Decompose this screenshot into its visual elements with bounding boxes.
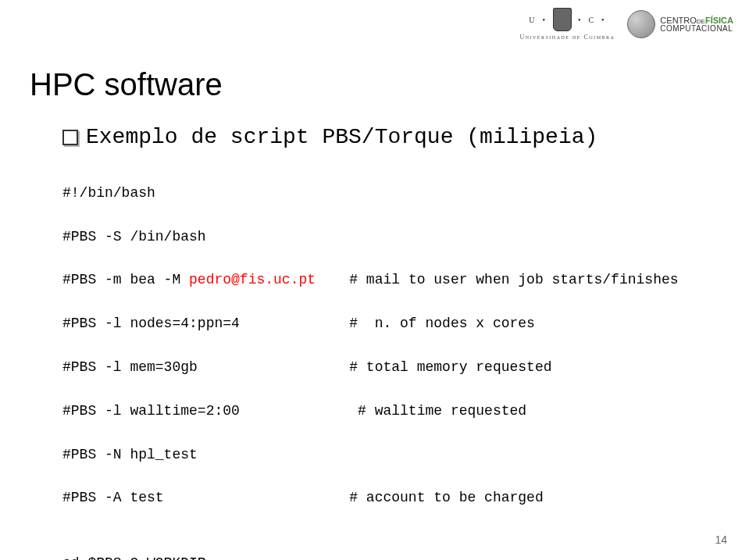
code-line: cd $PBS_O_WORKDIR (62, 553, 679, 560)
header-logos: U • • C • Universidade de Coimbra CENTRO… (519, 8, 733, 41)
highlight-email: pedro@fis.uc.pt (189, 272, 316, 287)
uc-letter-u: U (529, 16, 536, 24)
code-line: #PBS -S /bin/bash (62, 226, 679, 248)
code-line: #!/bin/bash (62, 183, 679, 205)
logo-universidade: U • • C • Universidade de Coimbra (519, 8, 615, 41)
bullet-item: Exemplo de script PBS/Torque (milipeia) (62, 125, 597, 149)
uc-letter-c: C (588, 16, 595, 24)
page-title: HPC software (30, 67, 223, 102)
code-line: #PBS -A test # account to be charged (62, 487, 679, 509)
cfc-line1: CENTRODEFÍSICA (660, 16, 733, 25)
uc-subtitle: Universidade de Coimbra (519, 34, 615, 41)
cfc-line2: COMPUTACIONAL (660, 25, 733, 33)
code-line: #PBS -m bea -M pedro@fis.uc.pt # mail to… (62, 269, 679, 291)
bullet-text: Exemplo de script PBS/Torque (milipeia) (86, 125, 597, 149)
sphere-icon (627, 10, 655, 38)
code-line: #PBS -l mem=30gb # total memory requeste… (62, 357, 679, 379)
code-line: #PBS -l nodes=4:ppn=4 # n. of nodes x co… (62, 313, 679, 335)
code-block: #!/bin/bash #PBS -S /bin/bash #PBS -m be… (62, 161, 679, 560)
logo-cfc: CENTRODEFÍSICA COMPUTACIONAL (627, 10, 733, 38)
square-bullet-icon (62, 130, 78, 145)
code-line: #PBS -N hpl_test (62, 444, 679, 466)
page-number: 14 (715, 533, 727, 546)
crest-icon (553, 8, 572, 31)
code-line: #PBS -l walltime=2:00 # walltime request… (62, 401, 679, 423)
